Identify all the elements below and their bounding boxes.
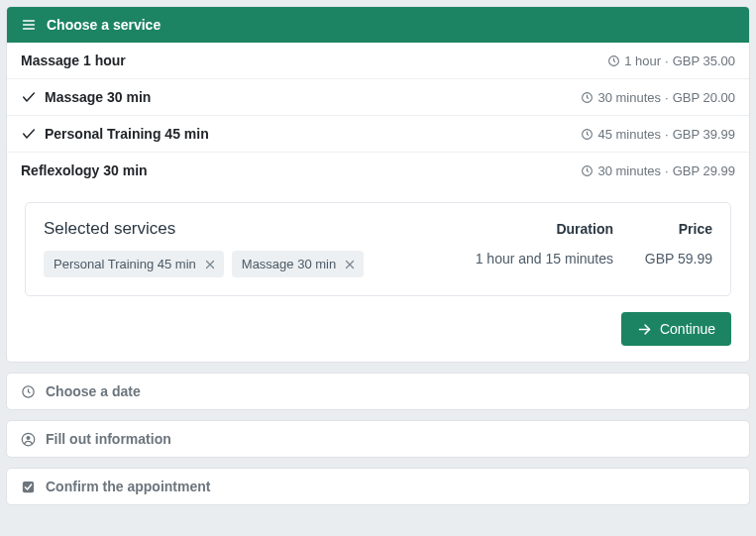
selected-chip: Massage 30 min bbox=[232, 251, 364, 277]
service-duration: 30 minutes bbox=[597, 90, 661, 105]
clock-icon bbox=[21, 384, 36, 399]
service-price: GBP 20.00 bbox=[673, 90, 735, 105]
panel-choose-date[interactable]: Choose a date bbox=[6, 373, 750, 410]
service-duration: 30 minutes bbox=[597, 163, 661, 178]
panel-confirm[interactable]: Confirm the appointment bbox=[6, 468, 750, 505]
list-icon bbox=[21, 17, 37, 33]
panel-fill-info[interactable]: Fill out information bbox=[6, 420, 750, 458]
continue-label: Continue bbox=[660, 321, 715, 337]
panel-title: Choose a service bbox=[47, 17, 161, 33]
service-row[interactable]: Personal Training 45 min 45 minutes · GB… bbox=[7, 116, 749, 153]
chip-label: Personal Training 45 min bbox=[54, 257, 196, 271]
panel-title: Fill out information bbox=[46, 431, 171, 447]
service-row[interactable]: Massage 30 min 30 minutes · GBP 20.00 bbox=[7, 79, 749, 116]
summary-price: Price GBP 59.99 bbox=[623, 219, 712, 277]
clock-icon bbox=[581, 164, 594, 177]
panel-choose-service: Choose a service Massage 1 hour 1 hour ·… bbox=[6, 6, 750, 363]
duration-value: 1 hour and 15 minutes bbox=[476, 251, 613, 267]
clock-icon bbox=[581, 91, 594, 104]
summary-duration: Duration 1 hour and 15 minutes bbox=[476, 219, 613, 277]
service-duration: 45 minutes bbox=[597, 127, 661, 142]
selected-chip: Personal Training 45 min bbox=[44, 251, 224, 277]
check-icon bbox=[21, 126, 45, 142]
selected-services-title: Selected services bbox=[44, 219, 466, 239]
chip-label: Massage 30 min bbox=[242, 257, 336, 271]
svg-point-14 bbox=[27, 435, 31, 439]
svg-rect-15 bbox=[23, 481, 34, 491]
service-name: Reflexology 30 min bbox=[21, 162, 581, 178]
service-price: GBP 39.99 bbox=[673, 127, 735, 142]
service-row[interactable]: Massage 1 hour 1 hour · GBP 35.00 bbox=[7, 43, 749, 79]
user-icon bbox=[21, 432, 36, 447]
selected-chips: Personal Training 45 min Massage 30 min bbox=[44, 251, 466, 277]
panel-title: Choose a date bbox=[46, 383, 141, 399]
duration-label: Duration bbox=[476, 221, 613, 237]
service-duration: 1 hour bbox=[624, 54, 661, 68]
continue-button[interactable]: Continue bbox=[621, 312, 731, 346]
service-meta: 45 minutes · GBP 39.99 bbox=[581, 127, 735, 142]
clock-icon bbox=[581, 128, 594, 141]
panel-header-confirm: Confirm the appointment bbox=[7, 469, 749, 504]
service-row[interactable]: Reflexology 30 min 30 minutes · GBP 29.9… bbox=[7, 153, 749, 188]
service-meta: 30 minutes · GBP 29.99 bbox=[581, 163, 735, 178]
panel-header-fill-info: Fill out information bbox=[7, 421, 749, 457]
checkbox-icon bbox=[21, 480, 36, 494]
service-name: Personal Training 45 min bbox=[45, 126, 581, 142]
service-name: Massage 1 hour bbox=[21, 53, 607, 68]
price-label: Price bbox=[623, 221, 712, 237]
arrow-right-icon bbox=[637, 322, 652, 337]
service-meta: 1 hour · GBP 35.00 bbox=[607, 54, 735, 68]
clock-icon bbox=[607, 54, 620, 67]
panel-header-choose-date: Choose a date bbox=[7, 374, 749, 409]
price-value: GBP 59.99 bbox=[623, 251, 712, 267]
panel-title: Confirm the appointment bbox=[46, 479, 210, 494]
service-list: Massage 1 hour 1 hour · GBP 35.00 Massag… bbox=[7, 43, 749, 188]
close-icon[interactable] bbox=[344, 259, 356, 270]
service-name: Massage 30 min bbox=[45, 89, 581, 105]
service-price: GBP 29.99 bbox=[673, 163, 735, 178]
check-icon bbox=[21, 89, 45, 105]
service-price: GBP 35.00 bbox=[673, 54, 735, 68]
selected-services-card: Selected services Personal Training 45 m… bbox=[25, 202, 731, 296]
close-icon[interactable] bbox=[204, 259, 216, 270]
panel-header-choose-service: Choose a service bbox=[7, 7, 749, 43]
service-meta: 30 minutes · GBP 20.00 bbox=[581, 90, 735, 105]
